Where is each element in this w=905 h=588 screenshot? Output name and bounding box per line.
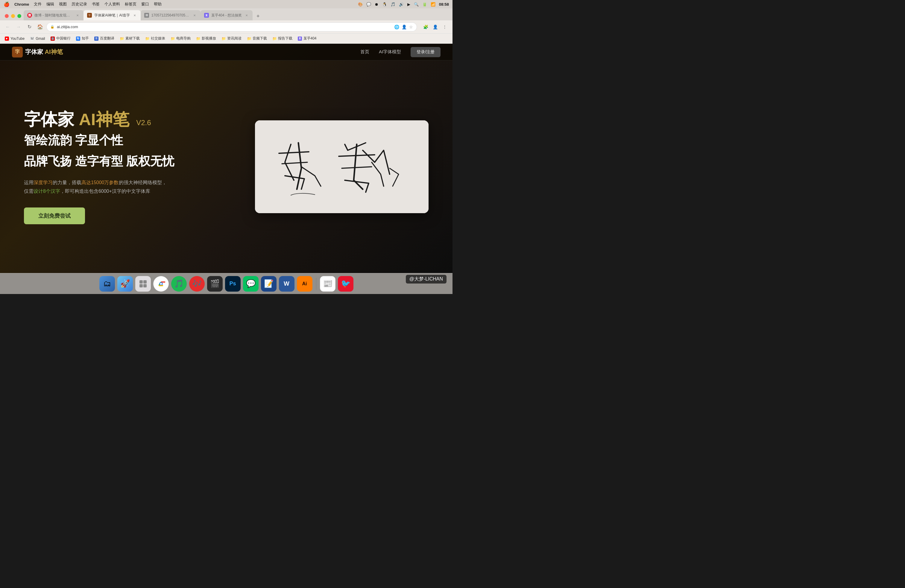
menubar: 🍎 Chrome 文件 编辑 视图 历史记录 书签 个人资料 标签页 窗口 帮助…: [0, 0, 452, 8]
dock: 🗂 🚀 🎵 🎶 🎬 Ps: [0, 273, 452, 294]
hero-desc-hl3: 设计8个汉字: [33, 189, 60, 194]
menubar-search-icon[interactable]: 🔍: [414, 2, 419, 6]
nav-ai-model[interactable]: AI字体模型: [379, 49, 401, 55]
hero-desc: 运用深度学习的力量，搭载高达15000万参数的强大神经网络模型， 仅需设计8个汉…: [24, 178, 237, 196]
new-tab-button[interactable]: +: [254, 12, 262, 21]
site-nav: 字 字体家 AI神笔 首页 AI字体模型 登录/注册: [0, 44, 452, 60]
bookmark-zhihu-label: 知乎: [82, 36, 89, 41]
handwriting-card: [255, 120, 429, 213]
bookmark-news-label: 资讯阅读: [227, 36, 241, 41]
reload-button[interactable]: ↻: [25, 23, 33, 31]
tab-weibo[interactable]: 微 微博 - 随时随地发现新鲜事 ✕: [24, 10, 84, 21]
dock-photoshop[interactable]: Ps: [225, 276, 241, 292]
settings-button[interactable]: ⋮: [441, 23, 449, 31]
svg-rect-1: [140, 280, 143, 283]
dock-chrome[interactable]: [153, 276, 169, 292]
lock-icon: 🔒: [50, 25, 54, 29]
bookmark-ecommerce[interactable]: 📁 电商导购: [168, 35, 193, 42]
tab-favicon-mouzhe: 某: [204, 13, 209, 17]
menubar-tabs[interactable]: 标签页: [125, 2, 137, 7]
grid-icon: [139, 280, 147, 288]
register-button[interactable]: 登录/注册: [411, 47, 441, 57]
address-input[interactable]: 🔒 ai.zitijia.com 🌐 👤 ☆: [47, 23, 417, 31]
dock-launchpad[interactable]: 🚀: [117, 276, 133, 292]
bookmark-star-icon[interactable]: ☆: [409, 25, 413, 29]
menubar-view[interactable]: 视图: [59, 2, 67, 7]
svg-rect-0: [255, 120, 429, 213]
bookmark-audio[interactable]: 📁 音频下载: [245, 35, 269, 42]
menubar-bookmarks[interactable]: 书签: [92, 2, 100, 7]
logo-icon: 字: [12, 47, 23, 57]
close-window-button[interactable]: [5, 14, 9, 18]
menubar-record-icon: ⏺: [375, 2, 379, 6]
forward-button[interactable]: →: [14, 23, 23, 31]
bookmark-news[interactable]: 📁 资讯阅读: [219, 35, 244, 42]
dock-weibo[interactable]: 🐦: [338, 276, 353, 292]
address-actions: 🧩 👤 ⋮: [421, 23, 449, 31]
menubar-file[interactable]: 文件: [34, 2, 41, 7]
tab-favicon-zitijia: 字: [87, 13, 92, 17]
tab-close-mouzhe[interactable]: ✕: [244, 13, 249, 17]
hero-desc-5: ，即可构造出包含6000+汉字的中文字体库: [60, 189, 150, 194]
dock-news[interactable]: 📰: [320, 276, 335, 292]
dock-adobe[interactable]: Ai: [297, 276, 313, 292]
hero-section: 字体家 AI神笔 V2.6 智绘流韵 字显个性 品牌飞扬 造字有型 版权无忧 运…: [0, 60, 452, 273]
home-button[interactable]: 🏠: [36, 23, 44, 31]
dock-netease[interactable]: 🎶: [189, 276, 205, 292]
tab-mouzhe[interactable]: 某 某乎404 - 想法抽奖 ✕: [200, 10, 253, 21]
dock-note[interactable]: 📝: [261, 276, 276, 292]
bookmark-film[interactable]: 📁 影视播放: [194, 35, 219, 42]
dock-finder[interactable]: 🗂: [99, 276, 115, 292]
hero-right: [255, 120, 429, 213]
bookmark-report[interactable]: 📁 报告下载: [270, 35, 295, 42]
bookmark-social[interactable]: 📁 社交媒体: [143, 35, 168, 42]
tab-close-weibo[interactable]: ✕: [75, 13, 80, 17]
menubar-help[interactable]: 帮助: [154, 2, 162, 7]
bookmark-mouzhe[interactable]: 某 某乎404: [295, 35, 319, 42]
dock-finalcut[interactable]: 🎬: [207, 276, 223, 292]
tab-close-zitijia[interactable]: ✕: [132, 13, 137, 17]
tab-close-image[interactable]: ✕: [192, 13, 197, 17]
bookmark-bank[interactable]: 🏦 中国银行: [48, 35, 73, 42]
dock-word[interactable]: W: [279, 276, 294, 292]
tab-image[interactable]: 🖼 170571225649707058301.png ✕: [141, 10, 200, 21]
dock-spotify[interactable]: 🎵: [171, 276, 187, 292]
dock-wechat[interactable]: 💬: [243, 276, 259, 292]
bookmark-baidu-trans[interactable]: 百 百度翻译: [92, 35, 117, 42]
bookmark-gmail-label: Gmail: [36, 37, 45, 41]
menubar-history[interactable]: 历史记录: [71, 2, 87, 7]
bookmark-report-label: 报告下载: [278, 36, 292, 41]
apple-menu[interactable]: 🍎: [3, 2, 10, 7]
bookmark-zhihu[interactable]: 知 知乎: [74, 35, 91, 42]
address-bar: ← → ↻ 🏠 🔒 ai.zitijia.com 🌐 👤 ☆ 🧩 👤 ⋮: [0, 21, 452, 33]
bookmark-gmail[interactable]: M Gmail: [27, 35, 47, 42]
profile-button[interactable]: 👤: [431, 23, 439, 31]
extensions-button[interactable]: 🧩: [421, 23, 430, 31]
tab-title-weibo: 微博 - 随时随地发现新鲜事: [35, 13, 73, 18]
tab-zitijia[interactable]: 字 字体家AI神笔｜AI造字 ✕: [84, 10, 141, 21]
menubar-wechat-icon: 💬: [366, 2, 371, 6]
hero-desc-4: 仅需: [24, 189, 33, 194]
menubar-profile[interactable]: 个人资料: [105, 2, 120, 7]
nav-home[interactable]: 首页: [360, 49, 369, 55]
dock-mission-control[interactable]: [135, 276, 151, 292]
hero-desc-2: 的力量，搭载: [53, 180, 81, 185]
menubar-window[interactable]: 窗口: [141, 2, 149, 7]
maximize-window-button[interactable]: [17, 14, 21, 18]
hero-desc-1: 运用: [24, 180, 33, 185]
menubar-chrome[interactable]: Chrome: [14, 2, 29, 6]
bookmark-ecommerce-label: 电商导购: [176, 36, 191, 41]
site-logo[interactable]: 字 字体家 AI神笔: [12, 47, 63, 57]
minimize-window-button[interactable]: [11, 14, 15, 18]
logo-text: 字体家 AI神笔: [25, 48, 63, 56]
bookmark-film-label: 影视播放: [202, 36, 216, 41]
menubar-edit[interactable]: 编辑: [46, 2, 54, 7]
cta-button[interactable]: 立刻免费尝试: [24, 208, 85, 224]
tab-title-mouzhe: 某乎404 - 想法抽奖: [211, 13, 242, 18]
bookmark-youtube[interactable]: ▶ YouTube: [2, 35, 27, 42]
handwriting-svg: [255, 120, 429, 213]
back-button[interactable]: ←: [3, 23, 12, 31]
bookmark-material[interactable]: 📁 素材下载: [117, 35, 142, 42]
menubar-bluetooth-icon: 🎵: [391, 2, 395, 6]
menubar-time: 08:58: [439, 2, 449, 6]
